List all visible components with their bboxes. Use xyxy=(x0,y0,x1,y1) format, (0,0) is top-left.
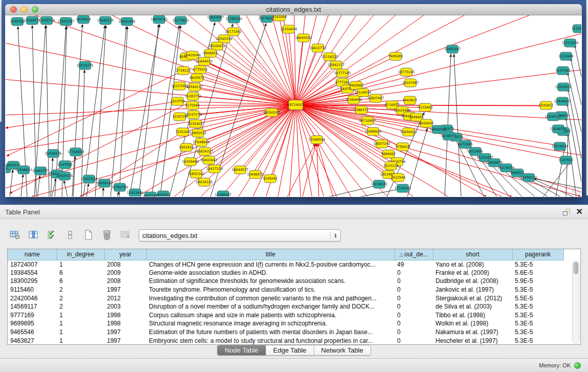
cell-in_degree[interactable]: 1 xyxy=(57,336,104,345)
graph-node[interactable]: 1615132 xyxy=(384,162,398,170)
graph-node[interactable]: 2055786 xyxy=(10,17,25,26)
cell-pagerank[interactable]: 5.3E-5 xyxy=(512,336,563,345)
cell-out_degree[interactable]: 0 xyxy=(395,286,433,294)
graph-node[interactable]: 13505135 xyxy=(56,172,73,180)
graph-node[interactable]: 16157278 xyxy=(185,111,202,119)
cell-out_degree[interactable]: 0 xyxy=(395,302,433,311)
cell-pagerank[interactable]: 5.9E-5 xyxy=(512,277,563,286)
cell-title[interactable]: Investigating the contribution of common… xyxy=(146,294,395,302)
tab-edge-table[interactable]: Edge Table xyxy=(266,345,314,355)
column-header-title[interactable]: title xyxy=(146,249,395,260)
graph-node[interactable]: 17957223 xyxy=(81,175,98,183)
cell-name[interactable]: 19384554 xyxy=(8,269,57,277)
graph-node[interactable]: 9699695 xyxy=(419,119,433,127)
graph-node[interactable]: 13274601 xyxy=(172,16,189,25)
graph-node[interactable]: 12444419 xyxy=(554,97,571,105)
table-scrollbar[interactable] xyxy=(572,260,579,343)
cell-year[interactable]: 1998 xyxy=(104,319,146,328)
column-header-out-degree[interactable]: △out_de... xyxy=(395,249,433,260)
cell-year[interactable]: 1998 xyxy=(104,311,146,320)
graph-node[interactable]: 9329949 xyxy=(559,52,573,60)
cell-short[interactable]: de Silva et al. (2003) xyxy=(433,302,512,311)
graph-node[interactable]: 15842337 xyxy=(328,61,345,69)
table-row[interactable]: 977716911998Corpus callosum shape and si… xyxy=(8,311,563,320)
cell-short[interactable]: Tibbo et al. (1998) xyxy=(433,311,512,320)
graph-node[interactable]: 17640235 xyxy=(97,16,114,25)
cell-year[interactable]: 2008 xyxy=(104,277,146,286)
cell-in_degree[interactable]: 2 xyxy=(57,302,104,311)
graph-node[interactable]: 1167532 xyxy=(559,156,573,164)
cell-in_degree[interactable]: 1 xyxy=(57,328,104,337)
cell-title[interactable]: Tourette syndrome. Phenomenology and cla… xyxy=(146,286,395,294)
delete-table-button[interactable] xyxy=(118,228,133,242)
delete-column-button[interactable] xyxy=(99,228,115,242)
show-columns-button[interactable] xyxy=(26,228,41,242)
column-header-short[interactable]: short xyxy=(433,249,512,260)
graph-node[interactable]: 9807612 xyxy=(156,191,170,196)
graph-node[interactable]: 16782759 xyxy=(112,183,128,191)
graph-node[interactable]: 2775416 xyxy=(193,65,207,74)
graph-node[interactable]: 16044127 xyxy=(545,113,562,121)
table-row[interactable]: 1872400712008Changes of HCN gene express… xyxy=(8,260,563,269)
table-row[interactable]: 1938455462009Genome-wide association stu… xyxy=(8,269,563,277)
graph-node[interactable]: 21844923 xyxy=(196,57,213,65)
cell-pagerank[interactable]: 5.3E-5 xyxy=(512,319,563,328)
cell-name[interactable]: 14569117 xyxy=(8,302,57,311)
column-header-year[interactable]: year xyxy=(104,249,146,260)
cell-short[interactable]: Jankovic et al. (1997) xyxy=(433,286,512,294)
column-header-name[interactable]: name xyxy=(8,249,57,260)
tab-network-table[interactable]: Network Table xyxy=(314,345,371,355)
graph-node[interactable]: 14569117 xyxy=(186,83,203,91)
cell-short[interactable]: Franke et al. (2009) xyxy=(433,269,512,277)
column-pair-button[interactable] xyxy=(62,228,78,242)
graph-node[interactable]: 9635424 xyxy=(76,15,91,24)
graph-node[interactable]: 2522544 xyxy=(391,173,405,182)
graph-node[interactable]: 12055724 xyxy=(38,16,55,25)
cell-pagerank[interactable]: 5.3E-5 xyxy=(512,260,563,269)
graph-node[interactable]: 10807487 xyxy=(367,94,384,102)
cell-in_degree[interactable]: 6 xyxy=(57,277,104,286)
graph-node[interactable]: 1853425 xyxy=(179,143,193,151)
cell-year[interactable]: 2009 xyxy=(104,269,146,277)
cell-title[interactable]: Estimation of significance thresholds fo… xyxy=(146,277,395,286)
graph-node[interactable]: 11283752 xyxy=(185,92,202,100)
graph-node[interactable]: 11568693 xyxy=(15,166,32,174)
graph-node[interactable]: 22420046 xyxy=(184,51,201,59)
graph-node[interactable]: 8163048 xyxy=(272,15,287,21)
cell-title[interactable]: Estimation of the future numbers of pati… xyxy=(146,328,395,337)
graph-node[interactable]: 16442947 xyxy=(444,45,461,53)
graph-node[interactable]: 7485083 xyxy=(388,52,403,60)
cell-out_degree[interactable]: 49 xyxy=(395,260,433,269)
graph-node[interactable]: 9152407 xyxy=(188,120,203,128)
network-canvas-area[interactable]: 2055786193845711205572410553287963542417… xyxy=(6,15,581,196)
graph-node[interactable]: 9756928 xyxy=(396,143,410,151)
graph-node[interactable]: 10496572 xyxy=(247,170,264,179)
graph-node[interactable]: 16417228 xyxy=(206,165,223,173)
cell-name[interactable]: 9777169 xyxy=(8,311,57,320)
graph-node[interactable]: 10284167 xyxy=(215,191,232,196)
graph-node[interactable]: 18034325 xyxy=(196,178,213,186)
graph-node[interactable]: 12923446 xyxy=(127,189,144,196)
cell-in_degree[interactable]: 1 xyxy=(57,319,104,328)
graph-node[interactable]: 18300295 xyxy=(264,108,280,117)
cell-pagerank[interactable]: 5.3E-5 xyxy=(512,311,563,320)
graph-node[interactable]: 19136141 xyxy=(371,180,388,188)
graph-node[interactable]: 16649510 xyxy=(295,34,312,42)
cell-title[interactable]: Genome-wide association studies in ADHD. xyxy=(146,269,395,277)
cell-pagerank[interactable]: 5.3E-5 xyxy=(512,302,563,311)
graph-node[interactable]: 18724007 xyxy=(288,100,304,110)
graph-node[interactable]: 18775165 xyxy=(398,68,415,76)
table-settings-button[interactable] xyxy=(7,228,23,242)
graph-node[interactable]: 10688609 xyxy=(365,127,382,136)
graph-node[interactable]: 12093832 xyxy=(555,83,572,91)
window-resize-grip[interactable] xyxy=(572,187,580,195)
cell-out_degree[interactable]: 0 xyxy=(395,328,433,337)
graph-node[interactable]: 10491603 xyxy=(201,156,217,164)
cell-out_degree[interactable]: 0 xyxy=(395,336,433,345)
close-panel-icon[interactable]: ✕ xyxy=(576,208,583,216)
graph-node[interactable]: 17359924 xyxy=(68,148,84,156)
cell-pagerank[interactable]: 5.5E-5 xyxy=(512,294,563,302)
cell-name[interactable]: 18724007 xyxy=(8,260,57,269)
graph-node[interactable]: 10653287 xyxy=(207,15,224,21)
cell-title[interactable]: Embryonic stem cells: a model to study s… xyxy=(146,336,395,345)
